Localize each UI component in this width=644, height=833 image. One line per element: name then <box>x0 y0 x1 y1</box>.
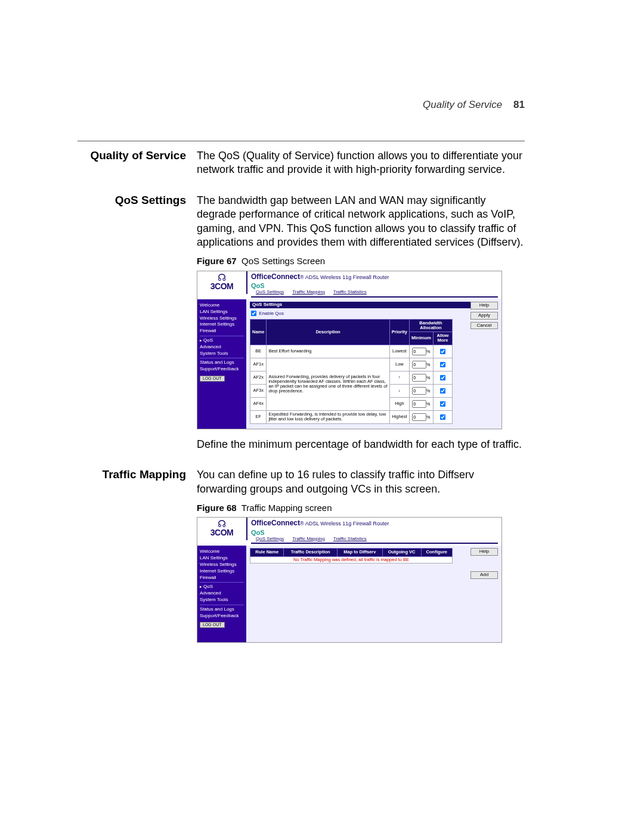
tab-bar: QoS Settings Traffic Mapping Traffic Sta… <box>251 289 498 298</box>
table-row: EF Expedited Forwarding, is intended to … <box>250 410 453 423</box>
table-row: AF1x Assured Forwarding, provides delive… <box>250 358 453 371</box>
tab-traffic-statistics[interactable]: Traffic Statistics <box>333 290 367 295</box>
logout-button[interactable]: LOG OUT <box>200 376 225 382</box>
enable-qos-row: Enable Qos <box>250 309 498 317</box>
min-input[interactable] <box>412 348 426 355</box>
nav-wireless[interactable]: Wireless Settings <box>200 562 244 568</box>
nav-advanced[interactable]: Advanced <box>200 591 244 596</box>
nav-firewall[interactable]: Firewall <box>200 575 244 581</box>
nav-lan[interactable]: LAN Settings <box>200 556 244 561</box>
table-row: BE Best Effort forwarding Lowest % <box>250 345 453 358</box>
figure-67-caption: Figure 67 QoS Settings Screen <box>197 255 525 267</box>
logo-3com: ☊ 3COM <box>197 518 247 540</box>
tab-traffic-statistics[interactable]: Traffic Statistics <box>333 537 367 542</box>
nav-system-tools[interactable]: System Tools <box>200 597 244 603</box>
nav-qos[interactable]: QoS <box>200 338 244 343</box>
nav-support[interactable]: Support/Feedback <box>200 614 244 619</box>
add-button[interactable]: Add <box>470 571 498 579</box>
allow-more-checkbox[interactable] <box>440 388 445 394</box>
screenshot-traffic-mapping: ☊ 3COM OfficeConnect® ADSL Wireless 11g … <box>197 517 502 643</box>
allow-more-checkbox[interactable] <box>440 414 445 420</box>
nav-advanced[interactable]: Advanced <box>200 345 244 350</box>
allow-more-checkbox[interactable] <box>440 362 445 367</box>
panel-title: QoS Settings <box>250 302 498 308</box>
apply-button[interactable]: Apply <box>470 312 498 320</box>
logout-button[interactable]: LOG OUT <box>200 622 225 628</box>
section-crumb: QoS <box>251 282 498 289</box>
nav-wireless[interactable]: Wireless Settings <box>200 316 244 321</box>
nav-status[interactable]: Status and Logs <box>200 360 244 366</box>
screenshot-qos-settings: ☊ 3COM OfficeConnect® ADSL Wireless 11g … <box>197 271 502 429</box>
tab-traffic-mapping[interactable]: Traffic Mapping <box>292 537 325 542</box>
nav-firewall[interactable]: Firewall <box>200 329 244 334</box>
para-qos-settings: The bandwidth gap between LAN and WAN ma… <box>197 194 525 250</box>
empty-state-row: No Traffic Mapping was defined, all traf… <box>250 556 453 563</box>
section-crumb: QoS <box>251 529 498 536</box>
min-input[interactable] <box>412 400 426 408</box>
allow-more-checkbox[interactable] <box>440 375 445 380</box>
nav-internet[interactable]: Internet Settings <box>200 569 244 574</box>
product-title: OfficeConnect® ADSL Wireless 11g Firewal… <box>251 273 498 281</box>
product-title: OfficeConnect® ADSL Wireless 11g Firewal… <box>251 519 498 527</box>
heading-qos-settings: QoS Settings <box>78 194 197 451</box>
sidebar-nav: Welcome LAN Settings Wireless Settings I… <box>197 546 246 642</box>
tab-bar: QoS Settings Traffic Mapping Traffic Sta… <box>251 536 498 544</box>
tab-qos-settings[interactable]: QoS Settings <box>256 290 284 295</box>
min-input[interactable] <box>412 413 426 421</box>
qos-table: Name Description Priority Bandwidth Allo… <box>250 319 453 424</box>
para-after-fig67: Define the minimum percentage of bandwid… <box>197 438 525 451</box>
running-header: Quality of Service 81 <box>423 99 525 111</box>
running-title: Quality of Service <box>423 99 502 110</box>
help-button[interactable]: Help <box>470 548 498 556</box>
nav-system-tools[interactable]: System Tools <box>200 351 244 357</box>
allow-more-checkbox[interactable] <box>440 349 445 354</box>
para-traffic-mapping: You can define up to 16 rules to classif… <box>197 468 525 496</box>
nav-lan[interactable]: LAN Settings <box>200 309 244 315</box>
min-input[interactable] <box>412 387 426 395</box>
enable-qos-checkbox[interactable] <box>251 311 256 316</box>
nav-welcome[interactable]: Welcome <box>200 303 244 308</box>
nav-welcome[interactable]: Welcome <box>200 549 244 555</box>
tab-qos-settings[interactable]: QoS Settings <box>256 537 284 542</box>
cancel-button[interactable]: Cancel <box>470 322 498 330</box>
para-qos-intro: The QoS (Quality of Service) function al… <box>197 149 525 177</box>
allow-more-checkbox[interactable] <box>440 401 445 407</box>
page-number: 81 <box>513 99 525 110</box>
nav-qos[interactable]: QoS <box>200 584 244 590</box>
nav-support[interactable]: Support/Feedback <box>200 367 244 372</box>
help-button[interactable]: Help <box>470 302 498 309</box>
nav-internet[interactable]: Internet Settings <box>200 322 244 327</box>
heading-traffic-mapping: Traffic Mapping <box>78 468 197 651</box>
min-input[interactable] <box>412 361 426 368</box>
min-input[interactable] <box>412 374 426 382</box>
traffic-mapping-table: Rule Name Traffic Description Map to Dif… <box>250 548 453 563</box>
sidebar-nav: Welcome LAN Settings Wireless Settings I… <box>197 299 246 429</box>
nav-status[interactable]: Status and Logs <box>200 607 244 612</box>
figure-68-caption: Figure 68 Traffic Mapping screen <box>197 502 525 514</box>
header-rule <box>78 141 525 141</box>
logo-3com: ☊ 3COM <box>197 271 247 294</box>
heading-quality-of-service: Quality of Service <box>78 149 197 177</box>
tab-traffic-mapping[interactable]: Traffic Mapping <box>292 290 325 295</box>
